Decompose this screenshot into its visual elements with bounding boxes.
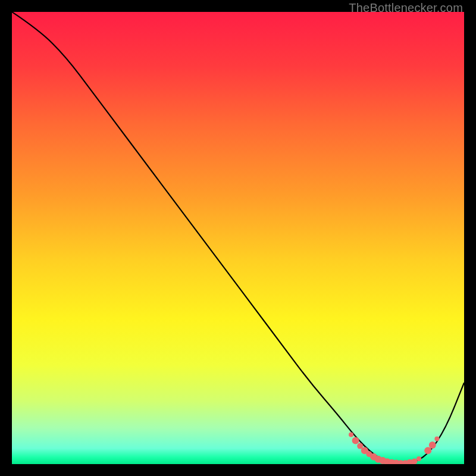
gradient-background	[12, 12, 464, 464]
data-point	[434, 436, 439, 441]
data-point	[416, 456, 421, 461]
data-point	[349, 433, 353, 437]
data-point	[429, 441, 436, 449]
chart-canvas	[12, 12, 464, 464]
data-point	[352, 437, 359, 444]
data-point	[411, 458, 417, 464]
chart-frame	[12, 12, 464, 464]
